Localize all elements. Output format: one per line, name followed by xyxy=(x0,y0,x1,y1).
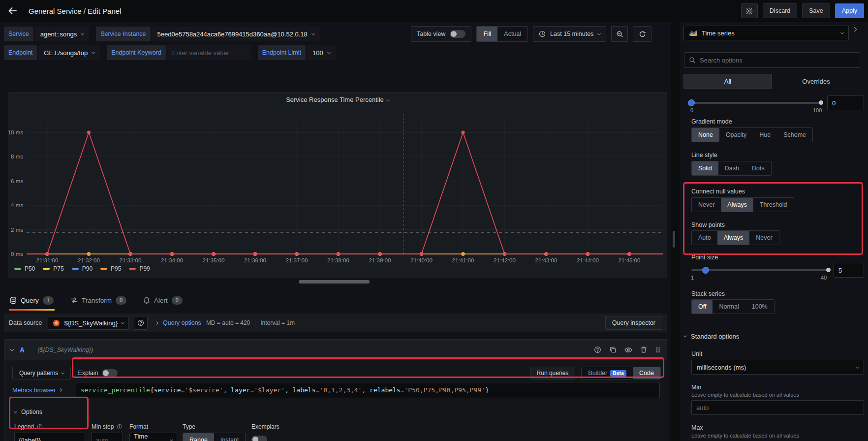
tab-transform[interactable]: Transform 0 xyxy=(69,291,127,310)
query-inspector-button[interactable]: Query inspector xyxy=(605,316,662,330)
tab-query[interactable]: Query 1 xyxy=(9,291,55,310)
explain-toggle[interactable] xyxy=(102,369,118,377)
legend-item-P90[interactable]: P90 xyxy=(72,265,93,272)
legend-item-P50[interactable]: P50 xyxy=(14,265,35,272)
chart-canvas[interactable]: 0 ms2 ms4 ms6 ms8 ms10 ms21:31:0021:32:0… xyxy=(8,93,668,279)
table-view-toggle[interactable] xyxy=(450,30,465,38)
legend-item-P75[interactable]: P75 xyxy=(43,265,63,272)
stack-series-group: OffNormal100% xyxy=(691,299,775,314)
save-button[interactable]: Save xyxy=(802,3,830,18)
svg-text:21:42:00: 21:42:00 xyxy=(494,257,516,263)
endpoint-keyword-input[interactable] xyxy=(167,45,251,60)
min-step-field: Min step xyxy=(92,422,123,441)
gradient-mode-group: NoneOpacityHueScheme xyxy=(691,127,813,142)
apply-button[interactable]: Apply xyxy=(835,3,864,18)
option-hue[interactable]: Hue xyxy=(753,128,777,142)
option-builder[interactable]: BuilderBeta xyxy=(582,367,633,379)
option-dots[interactable]: Dots xyxy=(745,161,771,175)
query-expression-input[interactable]: service_percentile{service='$service', l… xyxy=(76,382,660,398)
option-normal[interactable]: Normal xyxy=(713,300,745,314)
option-auto[interactable]: Auto xyxy=(692,231,717,245)
tab-all[interactable]: All xyxy=(683,74,772,89)
legend-item-P99[interactable]: P99 xyxy=(129,265,150,272)
option-none[interactable]: None xyxy=(692,128,719,142)
point-size-label: Point size xyxy=(691,254,718,261)
option-never[interactable]: Never xyxy=(692,198,721,212)
collapse-options-pane-button[interactable] xyxy=(853,28,856,31)
format-select[interactable]: Time series xyxy=(129,433,177,441)
time-range-picker[interactable]: Last 15 minutes xyxy=(533,26,606,42)
query-patterns-button[interactable]: Query patterns xyxy=(12,367,71,379)
option-100-[interactable]: 100% xyxy=(745,300,774,314)
chevron-down-icon xyxy=(61,371,64,374)
tab-overrides[interactable]: Overrides xyxy=(772,74,860,89)
scrollbar-thumb[interactable] xyxy=(673,231,675,248)
min-step-input[interactable] xyxy=(92,433,123,441)
query-help-button[interactable] xyxy=(594,346,601,353)
option-always[interactable]: Always xyxy=(721,198,753,212)
options-search-input[interactable] xyxy=(700,57,855,64)
panel-settings-button[interactable] xyxy=(741,3,758,18)
editor-mode-toggle: BuilderBeta Code xyxy=(581,367,661,379)
fill-opacity-value-input[interactable] xyxy=(827,95,864,110)
option-solid[interactable]: Solid xyxy=(692,161,718,175)
exemplars-toggle[interactable] xyxy=(251,436,267,441)
run-queries-button[interactable]: Run queries xyxy=(530,367,576,379)
refresh-button[interactable] xyxy=(633,26,651,42)
datasource-select[interactable]: ${DS_SkyWalking} xyxy=(48,316,129,330)
service-instance-select[interactable]: 5eed0e5758a244aca6e7699415d360aa@10.52.0… xyxy=(152,27,320,41)
trash-icon xyxy=(640,346,647,353)
tab-alert-count: 0 xyxy=(172,296,183,305)
fill-opacity-slider[interactable] xyxy=(691,102,822,104)
zoom-out-button[interactable] xyxy=(611,26,628,42)
option-dash[interactable]: Dash xyxy=(718,161,745,175)
visualization-picker[interactable]: Time series xyxy=(683,26,849,40)
drag-query-handle[interactable] xyxy=(655,346,661,353)
unit-select[interactable]: milliseconds (ms) xyxy=(691,360,864,375)
endpoint-limit-select[interactable]: 100 xyxy=(307,45,336,60)
option-scheme[interactable]: Scheme xyxy=(777,128,812,142)
option-opacity[interactable]: Opacity xyxy=(719,128,753,142)
option-range[interactable]: Range xyxy=(183,433,214,441)
options-section-toggle[interactable]: Options xyxy=(14,409,42,415)
svg-text:6 ms: 6 ms xyxy=(11,178,23,184)
collapse-query-icon[interactable] xyxy=(10,346,15,351)
point-size-handle[interactable] xyxy=(702,267,709,274)
standard-options-section-toggle[interactable]: Standard options xyxy=(684,333,739,340)
option-instant[interactable]: Instant xyxy=(214,433,246,441)
service-select[interactable]: agent::songs xyxy=(35,27,89,41)
clock-icon xyxy=(539,31,546,37)
panel-resize-handle[interactable] xyxy=(299,280,370,284)
connect-nulls-group: NeverAlwaysThreshold xyxy=(691,197,794,212)
endpoint-select[interactable]: GET:/songs/top xyxy=(38,45,100,60)
option-threshold[interactable]: Threshold xyxy=(753,198,794,212)
fill-opacity-handle[interactable] xyxy=(688,99,695,106)
option-off[interactable]: Off xyxy=(692,300,713,314)
type-label: Type xyxy=(183,423,195,430)
option-actual[interactable]: Actual xyxy=(497,27,527,41)
datasource-help-button[interactable] xyxy=(134,316,148,330)
slider-end-marker xyxy=(819,100,823,105)
legend-item-P95[interactable]: P95 xyxy=(100,265,121,272)
query-row-header[interactable]: A (${DS_SkyWalking}) xyxy=(4,340,667,360)
metrics-browser-button[interactable]: Metrics browser xyxy=(12,387,76,394)
delete-query-button[interactable] xyxy=(640,346,647,353)
chevron-down-icon xyxy=(856,365,859,368)
back-icon[interactable] xyxy=(7,5,18,16)
svg-text:0 ms: 0 ms xyxy=(11,251,23,257)
min-input[interactable] xyxy=(691,400,864,415)
option-code[interactable]: Code xyxy=(633,367,660,379)
query-options-toggle[interactable]: Query options xyxy=(163,319,201,326)
legend-format-input[interactable] xyxy=(14,433,85,441)
eye-icon xyxy=(624,346,632,353)
discard-button[interactable]: Discard xyxy=(763,3,797,18)
option-fill[interactable]: Fill xyxy=(477,27,497,41)
point-size-slider[interactable] xyxy=(691,269,830,271)
panel-title[interactable]: Service Response Time Percentile xyxy=(8,96,667,103)
option-never[interactable]: Never xyxy=(749,231,778,245)
point-size-value-input[interactable] xyxy=(834,263,864,278)
duplicate-query-button[interactable] xyxy=(609,346,617,353)
toggle-query-visibility-button[interactable] xyxy=(624,346,632,353)
tab-alert[interactable]: Alert 0 xyxy=(142,291,184,310)
option-always[interactable]: Always xyxy=(717,231,750,245)
